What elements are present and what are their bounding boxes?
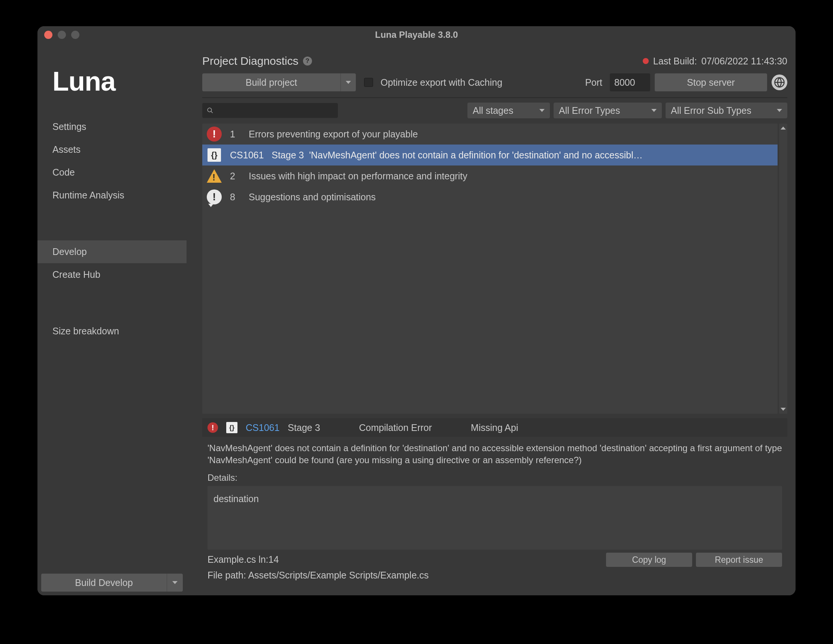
issue-group-warnings[interactable]: ! 2 Issues with high impact on performan… [202, 165, 778, 186]
issues-list: ! 1 Errors preventing export of your pla… [202, 124, 778, 414]
issue-group-info[interactable]: ! 8 Suggestions and optimisations [202, 186, 778, 207]
sidebar: Luna Settings Assets Code Runtime Analys… [37, 43, 187, 595]
scrollbar[interactable] [779, 124, 787, 414]
optimize-label: Optimize export with Caching [381, 77, 502, 88]
scroll-up-icon[interactable] [779, 124, 787, 133]
traffic-lights [44, 31, 79, 39]
error-code-link[interactable]: CS1061 [246, 422, 280, 433]
svg-line-2 [211, 111, 213, 113]
chevron-down-icon [346, 81, 351, 84]
detail-panel: ! {} CS1061 Stage 3 Compilation Error Mi… [202, 418, 787, 589]
details-label: Details: [207, 472, 782, 484]
filter-error-types[interactable]: All Error Types [553, 103, 662, 118]
minimize-icon[interactable] [58, 31, 66, 39]
optimize-checkbox[interactable] [364, 78, 373, 87]
detail-body: 'NavMeshAgent' does not contain a defini… [202, 437, 787, 589]
window-title: Luna Playable 3.8.0 [37, 30, 796, 40]
chevron-down-icon [172, 581, 177, 584]
toolbar: Build project Optimize export with Cachi… [187, 73, 792, 92]
sidebar-item-create-hub[interactable]: Create Hub [37, 263, 187, 286]
error-message: 'NavMeshAgent' does not contain a defini… [207, 443, 782, 465]
sidebar-item-size-breakdown[interactable]: Size breakdown [37, 320, 187, 343]
code-icon: {} [207, 148, 221, 162]
scroll-down-icon[interactable] [779, 405, 787, 414]
build-develop-button[interactable]: Build Develop [41, 573, 183, 592]
chevron-down-icon [651, 109, 656, 112]
build-project-dropdown[interactable] [341, 73, 356, 92]
logo: Luna [37, 55, 187, 115]
zoom-icon[interactable] [71, 31, 79, 39]
issue-row[interactable]: {} CS1061 Stage 3 'NavMeshAgent' does no… [202, 145, 778, 165]
main-panel: Project Diagnostics ? Last Build: 07/06/… [187, 43, 796, 595]
file-path: File path: Assets/Scripts/Example Script… [207, 569, 782, 582]
port-input[interactable] [610, 73, 650, 92]
details-box: destination [207, 486, 782, 550]
sidebar-nav: Settings Assets Code Runtime Analysis De… [37, 115, 187, 343]
filter-stages[interactable]: All stages [468, 103, 550, 118]
status-dot-icon [643, 58, 649, 64]
issue-group-errors[interactable]: ! 1 Errors preventing export of your pla… [202, 124, 778, 145]
filter-row: All stages All Error Types All Error Sub… [187, 103, 792, 122]
build-develop-dropdown[interactable] [167, 573, 183, 592]
help-icon[interactable]: ? [303, 56, 312, 66]
build-develop-label[interactable]: Build Develop [41, 573, 167, 592]
globe-icon[interactable] [772, 74, 787, 90]
report-issue-button[interactable]: Report issue [696, 552, 782, 567]
copy-log-button[interactable]: Copy log [606, 552, 692, 567]
search-input[interactable] [202, 103, 338, 118]
last-build: Last Build: 07/06/2022 11:43:30 [643, 56, 787, 67]
warning-icon: ! [207, 169, 222, 183]
titlebar: Luna Playable 3.8.0 [37, 26, 796, 43]
chevron-down-icon [539, 109, 545, 112]
build-project-button[interactable]: Build project [202, 73, 356, 92]
error-icon: ! [207, 127, 222, 141]
svg-point-1 [207, 108, 212, 112]
file-ref: Example.cs ln:14 [207, 553, 279, 566]
code-icon: {} [226, 422, 238, 433]
info-icon: ! [207, 190, 222, 204]
sidebar-item-code[interactable]: Code [37, 161, 187, 184]
port-label: Port [585, 77, 602, 88]
sidebar-item-runtime-analysis[interactable]: Runtime Analysis [37, 184, 187, 207]
app-window: Luna Playable 3.8.0 Luna Settings Assets… [37, 26, 796, 595]
stop-server-button[interactable]: Stop server [655, 73, 767, 92]
chevron-down-icon [777, 109, 782, 112]
page-title: Project Diagnostics ? [202, 55, 312, 67]
sidebar-item-settings[interactable]: Settings [37, 115, 187, 138]
detail-header: ! {} CS1061 Stage 3 Compilation Error Mi… [202, 418, 787, 437]
search-icon [207, 107, 214, 114]
sidebar-item-develop[interactable]: Develop [37, 240, 187, 263]
filter-error-sub-types[interactable]: All Error Sub Types [666, 103, 787, 118]
sidebar-item-assets[interactable]: Assets [37, 138, 187, 161]
close-icon[interactable] [44, 31, 52, 39]
error-icon: ! [207, 422, 218, 433]
